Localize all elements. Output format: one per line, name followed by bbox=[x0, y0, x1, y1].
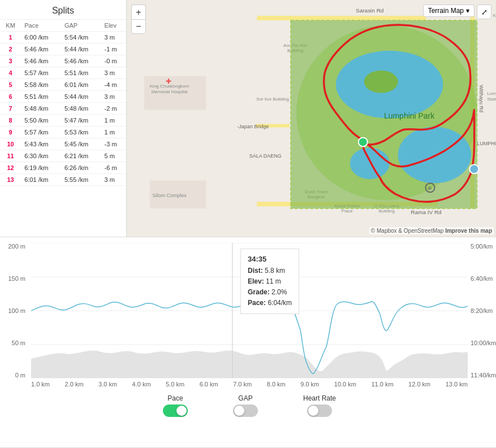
svg-text:Lumphini Park: Lumphini Park bbox=[384, 111, 434, 120]
zoom-out-button[interactable]: − bbox=[131, 19, 146, 34]
svg-text:⊕: ⊕ bbox=[428, 185, 432, 191]
svg-text:Silom Complex: Silom Complex bbox=[152, 193, 187, 198]
y-axis-left: 200 m 150 m 100 m 50 m 0 m bbox=[0, 243, 28, 379]
gap-toggle[interactable] bbox=[233, 404, 258, 417]
svg-point-39 bbox=[398, 127, 472, 183]
svg-text:Station: Station bbox=[487, 97, 496, 102]
svg-text:Building: Building bbox=[379, 208, 395, 214]
terrain-map-button[interactable]: Terrain Map ▾ bbox=[423, 5, 475, 17]
col-gap: GAP bbox=[61, 20, 101, 32]
col-elev: Elev bbox=[101, 20, 126, 32]
col-km: KM bbox=[0, 20, 21, 32]
map-svg: Sarasin Rd Rama IV Rd Witthayu Rd -Japan… bbox=[127, 0, 496, 237]
x-axis: 1.0 km 2.0 km 3.0 km 4.0 km 5.0 km 6.0 k… bbox=[31, 381, 468, 388]
table-row: 9 5:57 /km 5:53 /km 1 m bbox=[0, 127, 126, 138]
svg-point-38 bbox=[364, 71, 398, 93]
table-row: 7 5:48 /km 5:48 /km -2 m bbox=[0, 103, 126, 115]
table-row: 8 5:50 /km 5:47 /km 1 m bbox=[0, 115, 126, 127]
chevron-down-icon: ▾ bbox=[466, 7, 469, 15]
svg-point-40 bbox=[350, 147, 390, 179]
pace-toggle-group: Pace bbox=[163, 394, 188, 417]
table-row: 10 5:43 /km 5:45 /km -3 m bbox=[0, 138, 126, 150]
table-row: 4 5:57 /km 5:51 /km 3 m bbox=[0, 67, 126, 79]
splits-panel: Splits KM Pace GAP Elev 1 6:00 /km 5:54 … bbox=[0, 0, 127, 237]
y-axis-right: 5:00/km 6:40/km 8:20/km 10:00/km 11:40/k… bbox=[468, 243, 496, 379]
svg-text:Place: Place bbox=[342, 208, 353, 214]
svg-text:Rama IV Rd: Rama IV Rd bbox=[411, 209, 441, 215]
improve-link[interactable]: Improve this map bbox=[445, 228, 492, 234]
terrain-label: Terrain Map bbox=[428, 7, 464, 15]
heart-rate-toggle[interactable] bbox=[307, 404, 332, 417]
col-pace: Pace bbox=[21, 20, 61, 32]
table-row: 2 5:46 /km 5:44 /km -1 m bbox=[0, 44, 126, 55]
toggles-section: Pace GAP Heart Rate bbox=[31, 388, 468, 421]
splits-table: KM Pace GAP Elev 1 6:00 /km 5:54 /km 3 m… bbox=[0, 20, 126, 186]
chart-tooltip: 34:35 Dist: 5.8 km Elev: 11 m Grade: 2.0… bbox=[240, 249, 299, 314]
svg-text:SALA DAENG: SALA DAENG bbox=[249, 153, 282, 159]
zoom-in-button[interactable]: + bbox=[131, 5, 146, 19]
svg-text:✚: ✚ bbox=[166, 77, 171, 85]
svg-point-42 bbox=[359, 137, 368, 146]
expand-button[interactable]: ⤢ bbox=[477, 5, 491, 19]
table-row: 1 6:00 /km 5:54 /km 3 m bbox=[0, 32, 126, 44]
svg-text:Memorial Hospital: Memorial Hospital bbox=[152, 89, 188, 94]
svg-text:LUMPHINI: LUMPHINI bbox=[477, 141, 496, 146]
gap-toggle-group: GAP bbox=[233, 394, 258, 417]
table-row: 13 6:01 /km 5:55 /km 3 m bbox=[0, 174, 126, 186]
splits-title: Splits bbox=[0, 0, 126, 20]
map-attribution: © Mapbox & OpenStreetMap Improve this ma… bbox=[369, 227, 494, 234]
svg-text:Witthayu Rd: Witthayu Rd bbox=[478, 85, 484, 112]
table-row: 12 6:19 /km 6:26 /km -6 m bbox=[0, 162, 126, 174]
chart-container: 200 m 150 m 100 m 50 m 0 m 5:00/km 6:40/… bbox=[0, 237, 496, 448]
table-row: 6 5:51 /km 5:44 /km 3 m bbox=[0, 91, 126, 103]
table-row: 5 5:58 /km 6:01 /km -4 m bbox=[0, 79, 126, 91]
svg-text:-Japan Bridge: -Japan Bridge bbox=[237, 124, 269, 129]
pace-toggle[interactable] bbox=[163, 404, 188, 417]
map-panel: + − Terrain Map ▾ ⤢ Sarasin Rd Rama IV R… bbox=[127, 0, 496, 237]
chart-inner: 34:35 Dist: 5.8 km Elev: 11 m Grade: 2.0… bbox=[31, 243, 468, 379]
map-controls: + − bbox=[131, 5, 146, 34]
svg-text:Lumpini Police: Lumpini Police bbox=[487, 91, 496, 96]
svg-point-43 bbox=[469, 164, 478, 173]
heart-rate-toggle-group: Heart Rate bbox=[303, 394, 336, 417]
svg-text:Sarasin Rd: Sarasin Rd bbox=[356, 7, 383, 14]
expand-icon: ⤢ bbox=[481, 8, 488, 16]
svg-rect-2 bbox=[257, 16, 426, 20]
svg-text:Sor Kor Building: Sor Kor Building bbox=[256, 97, 289, 102]
table-row: 11 6:30 /km 6:21 /km 5 m bbox=[0, 150, 126, 162]
svg-text:Kian Gwan: Kian Gwan bbox=[493, 13, 496, 18]
table-row: 3 5:46 /km 5:46 /km -0 m bbox=[0, 55, 126, 67]
